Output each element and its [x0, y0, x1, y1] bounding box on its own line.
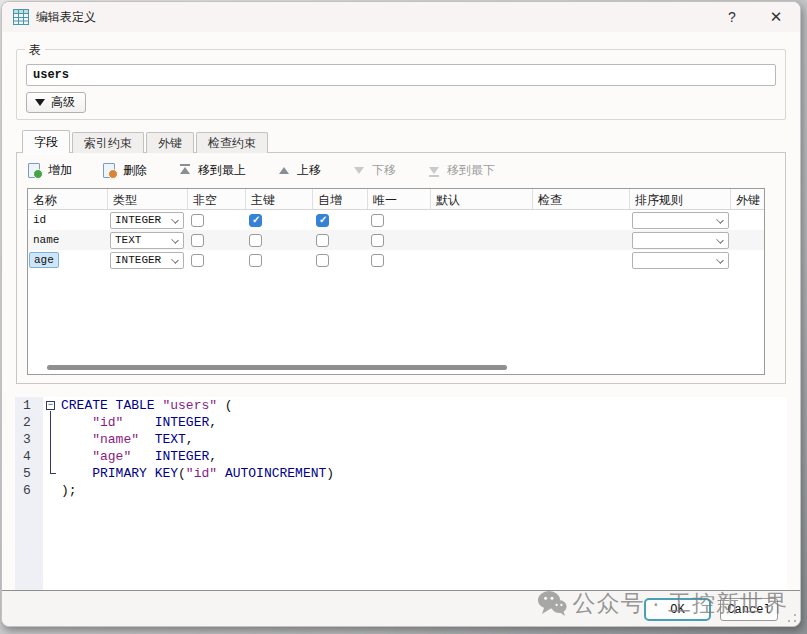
auto_increment-cell: [313, 230, 368, 250]
sql-code: "name" TEXT,: [61, 431, 194, 448]
not_null-cell: [188, 230, 246, 250]
type-select[interactable]: TEXT: [110, 232, 184, 249]
sql-line-1: 1−CREATE TABLE "users" (: [15, 397, 787, 414]
primary-key-checkbox[interactable]: [249, 254, 262, 267]
type-select[interactable]: INTEGER: [110, 252, 184, 269]
unique-checkbox[interactable]: [371, 254, 384, 267]
arrow-up-shape: [180, 167, 190, 174]
default-cell: [431, 250, 533, 270]
sql-line-5: 5 PRIMARY KEY("id" AUTOINCREMENT): [15, 465, 787, 482]
doc-plus-icon: [27, 163, 42, 178]
type-value: INTEGER: [111, 254, 161, 266]
sql-text: [61, 415, 92, 430]
resize-grip[interactable]: [787, 613, 797, 623]
sql-editor[interactable]: 1−CREATE TABLE "users" (2 "id" INTEGER,3…: [15, 397, 787, 593]
collation-select[interactable]: [632, 252, 729, 269]
sql-text: ,: [209, 415, 217, 430]
auto-increment-checkbox[interactable]: [316, 214, 329, 227]
remove-button[interactable]: 删除: [102, 162, 147, 179]
sql-code: "id" INTEGER,: [61, 414, 217, 431]
field-name-text[interactable]: name: [28, 234, 59, 246]
move-up-button[interactable]: 上移: [276, 162, 321, 179]
check-cell: [533, 250, 630, 270]
column-header-auto_increment[interactable]: 自增: [313, 189, 368, 209]
type-cell: TEXT: [108, 230, 188, 250]
sql-keyword: CREATE TABLE: [61, 398, 155, 413]
not-null-checkbox[interactable]: [191, 214, 204, 227]
primary-key-checkbox[interactable]: [249, 234, 262, 247]
sql-string: "users": [162, 398, 217, 413]
column-header-collation[interactable]: 排序规则: [630, 189, 731, 209]
cancel-button[interactable]: Cancel: [720, 598, 778, 621]
doc-minus-icon: [102, 163, 117, 178]
chevron-down-icon: [716, 216, 724, 224]
sql-keyword: PRIMARY KEY: [92, 466, 178, 481]
auto_increment-cell: [313, 210, 368, 230]
sql-text: [61, 432, 92, 447]
auto-increment-checkbox[interactable]: [316, 254, 329, 267]
table-group-box: 表 高级: [16, 49, 786, 120]
line-number: 1: [15, 397, 43, 414]
type-value: INTEGER: [111, 214, 161, 226]
column-header-check[interactable]: 检查: [533, 189, 630, 209]
ok-button[interactable]: OK: [644, 598, 711, 621]
tab-foreign-keys[interactable]: 外键: [146, 132, 194, 153]
scrollbar-thumb[interactable]: [47, 365, 507, 370]
move-to-top-button[interactable]: 移到最上: [177, 162, 246, 179]
table-name-input[interactable]: [26, 64, 776, 86]
sql-code: );: [61, 482, 77, 499]
tab-check-constraints[interactable]: 检查约束: [196, 132, 268, 153]
primary_key-cell: [246, 250, 313, 270]
fields-tab-pane: 增加删除移到最上上移下移移到最下 名称类型非空主键自增唯一默认检查排序规则外键 …: [16, 152, 786, 384]
add-button[interactable]: 增加: [27, 162, 72, 179]
primary_key-cell: [246, 230, 313, 250]
auto_increment-cell: [313, 250, 368, 270]
sql-line-6: 6);: [15, 482, 787, 499]
collation-cell: [630, 210, 731, 230]
field-name-editor[interactable]: age: [29, 252, 59, 268]
fold-marker: [43, 431, 61, 448]
unique-checkbox[interactable]: [371, 214, 384, 227]
column-header-unique[interactable]: 唯一: [368, 189, 431, 209]
collation-cell: [630, 250, 731, 270]
primary_key-cell: [246, 210, 313, 230]
column-header-primary_key[interactable]: 主键: [246, 189, 313, 209]
sql-code: CREATE TABLE "users" (: [61, 397, 233, 414]
help-button[interactable]: ?: [712, 2, 752, 32]
tab-index-constraints[interactable]: 索引约束: [72, 132, 144, 153]
primary-key-checkbox[interactable]: [249, 214, 262, 227]
edit-table-definition-dialog: 编辑表定义 ? ✕ 表 高级 字段索引约束外键检查约束 增加删除移到最上上移下移…: [1, 1, 801, 627]
column-header-name[interactable]: 名称: [28, 189, 108, 209]
line-number: 4: [15, 448, 43, 465]
default-cell: [431, 230, 533, 250]
close-button[interactable]: ✕: [756, 2, 796, 32]
not-null-checkbox[interactable]: [191, 254, 204, 267]
sql-text: [61, 449, 92, 464]
name-cell: name: [28, 230, 108, 250]
not_null-cell: [188, 210, 246, 230]
fold-toggle-icon[interactable]: −: [46, 401, 55, 410]
tab-fields[interactable]: 字段: [22, 130, 70, 153]
fold-marker: [43, 448, 61, 465]
sql-text: [61, 466, 92, 481]
horizontal-scrollbar[interactable]: [29, 365, 763, 371]
field-name-text[interactable]: id: [28, 214, 46, 226]
column-header-default[interactable]: 默认: [431, 189, 533, 209]
add-label: 增加: [48, 162, 72, 179]
advanced-toggle-button[interactable]: 高级: [26, 92, 86, 113]
not-null-checkbox[interactable]: [191, 234, 204, 247]
default-cell: [431, 210, 533, 230]
fold-marker: [43, 414, 61, 431]
column-header-foreign_key[interactable]: 外键: [731, 189, 765, 209]
fields-grid: 名称类型非空主键自增唯一默认检查排序规则外键 idINTEGERnameTEXT…: [27, 188, 765, 375]
column-header-not_null[interactable]: 非空: [188, 189, 246, 209]
sql-string: "id": [186, 466, 217, 481]
type-select[interactable]: INTEGER: [110, 212, 184, 229]
move-to-top-label: 移到最上: [198, 162, 246, 179]
collation-select[interactable]: [632, 232, 729, 249]
collation-select[interactable]: [632, 212, 729, 229]
auto-increment-checkbox[interactable]: [316, 234, 329, 247]
chevron-down-icon: [171, 256, 179, 264]
unique-checkbox[interactable]: [371, 234, 384, 247]
column-header-type[interactable]: 类型: [108, 189, 188, 209]
